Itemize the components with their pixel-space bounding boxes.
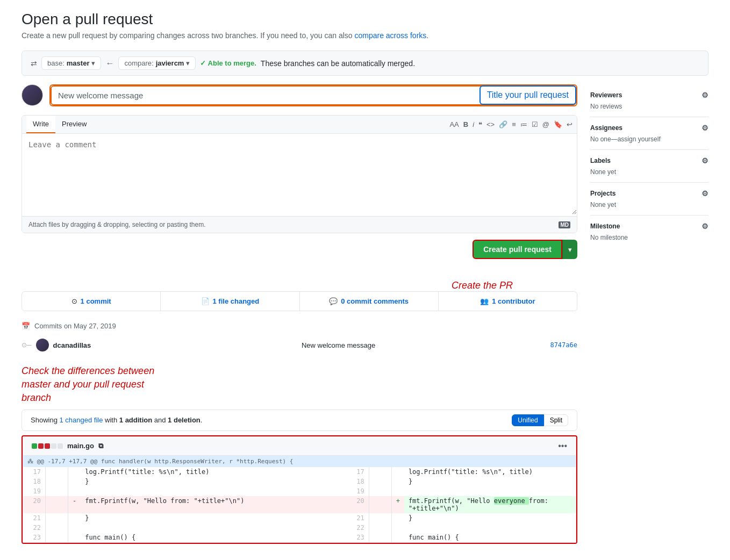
contributors-link[interactable]: 1 contributor xyxy=(492,297,535,305)
milestone-label: Milestone xyxy=(590,222,620,230)
commits-date-label: Commits on May 27, 2019 xyxy=(34,322,116,330)
pr-title-input[interactable] xyxy=(51,85,576,105)
create-pr-annotation: Create the PR xyxy=(452,280,513,291)
diff-line-18: 18 } 18 } xyxy=(23,477,576,486)
task-list-icon[interactable]: ☑ xyxy=(532,120,538,128)
changed-file-link[interactable]: 1 changed file xyxy=(60,416,103,424)
files-stat[interactable]: 📄 1 file changed xyxy=(161,292,299,311)
italic-icon[interactable]: i xyxy=(473,120,474,128)
diff-filename: main.go ⧉ xyxy=(32,442,103,450)
deletion-count: 1 deletion xyxy=(168,416,201,424)
stats-bar: ⊙ 1 commit 📄 1 file changed 💬 0 commit c… xyxy=(22,291,577,311)
showing-text: Showing xyxy=(31,416,58,424)
files-link[interactable]: 1 file changed xyxy=(213,297,260,305)
base-branch-select[interactable]: base: master ▾ xyxy=(41,56,101,70)
heading-icon[interactable]: AA xyxy=(449,120,459,128)
neutral-bar2 xyxy=(58,443,63,449)
commit-sha[interactable]: 8747a6e xyxy=(550,341,577,349)
base-label: base: xyxy=(47,59,65,67)
reply-icon[interactable]: ↩ xyxy=(567,120,572,128)
reviewers-gear-icon[interactable]: ⚙ xyxy=(702,91,708,99)
editor-toolbar: AA B i ❝ <> 🔗 ≡ ≔ ☑ @ 🔖 ↩ xyxy=(449,120,572,128)
hunk-left: ⁂ @@ -17,7 +17,7 @@ func handler(w http.… xyxy=(23,456,347,467)
projects-section: Projects ⚙ None yet xyxy=(590,183,708,216)
arrow-right-icon: ← xyxy=(105,59,114,68)
form-fields: Title your pull request xyxy=(49,84,577,109)
assignees-label: Assignees xyxy=(590,124,622,132)
reference-icon[interactable]: 🔖 xyxy=(554,120,562,128)
commit-message: New welcome message xyxy=(302,341,546,349)
diff-line-23: 23 func main() { 23 func main() { xyxy=(23,533,576,543)
create-pr-button[interactable]: Create pull request xyxy=(473,240,562,259)
projects-label: Projects xyxy=(590,190,616,197)
del-bar2 xyxy=(45,443,50,449)
assignees-value: No one—assign yourself xyxy=(590,135,708,143)
link-icon[interactable]: 🔗 xyxy=(499,120,507,128)
compare-forks-link[interactable]: compare across forks xyxy=(354,31,426,40)
labels-section: Labels ⚙ None yet xyxy=(590,150,708,183)
split-button[interactable]: Split xyxy=(544,414,568,426)
attach-area: Attach files by dragging & dropping, sel… xyxy=(22,216,577,233)
numbered-list-icon[interactable]: ≔ xyxy=(520,120,527,128)
showing-bar: Showing 1 changed file with 1 addition a… xyxy=(22,410,577,431)
commits-link[interactable]: 1 commit xyxy=(81,297,111,305)
mention-icon[interactable]: @ xyxy=(542,120,549,128)
page-subtitle: Create a new pull request by comparing c… xyxy=(22,31,708,40)
diff-file-header: main.go ⧉ ••• xyxy=(23,436,576,456)
diff-stat-bars xyxy=(32,443,63,449)
bullets-icon[interactable]: ≡ xyxy=(512,120,516,128)
quote-icon[interactable]: ❝ xyxy=(478,120,482,128)
write-tab[interactable]: Write xyxy=(26,116,55,133)
comment-textarea[interactable] xyxy=(22,134,577,214)
commit-row: ⊙─ dcanadillas New welcome message 8747a… xyxy=(22,334,577,356)
diff-line-20-del: 20 - fmt.Fprintf(w, "Hello from: "+title… xyxy=(23,496,576,513)
preview-tab[interactable]: Preview xyxy=(55,116,93,133)
branch-icon: ⇄ xyxy=(31,59,37,68)
create-pr-dropdown[interactable]: ▾ xyxy=(562,240,577,259)
diff-view-controls: Unified Split xyxy=(512,414,568,426)
contributors-icon: 👥 xyxy=(480,297,489,305)
commits-stat[interactable]: ⊙ 1 commit xyxy=(22,292,161,311)
merge-message: These branches can be automatically merg… xyxy=(261,59,415,68)
more-options-icon[interactable]: ••• xyxy=(558,441,567,451)
sidebar: Reviewers ⚙ No reviews Assignees ⚙ No on… xyxy=(590,84,708,544)
markdown-icon: MD xyxy=(559,221,570,228)
commits-section: 📅 Commits on May 27, 2019 ⊙─ dcanadillas… xyxy=(22,322,577,356)
milestone-section: Milestone ⚙ No milestone xyxy=(590,216,708,248)
branch-bar: ⇄ base: master ▾ ← compare: javiercm ▾ ✓… xyxy=(22,51,708,76)
projects-value: None yet xyxy=(590,201,708,209)
title-input-wrapper: Title your pull request xyxy=(49,84,577,106)
copy-icon[interactable]: ⧉ xyxy=(98,442,103,450)
diff-filename-text: main.go xyxy=(67,442,94,450)
commit-author: dcanadillas xyxy=(53,341,297,349)
comments-stat[interactable]: 💬 0 commit comments xyxy=(300,292,439,311)
chevron-down-icon: ▾ xyxy=(186,59,190,67)
labels-gear-icon[interactable]: ⚙ xyxy=(702,156,708,165)
bold-icon[interactable]: B xyxy=(463,120,468,128)
unified-button[interactable]: Unified xyxy=(512,414,543,426)
pr-form: Title your pull request Write Preview AA… xyxy=(22,84,577,544)
projects-gear-icon[interactable]: ⚙ xyxy=(702,189,708,198)
page-title: Open a pull request xyxy=(22,11,708,28)
diff-table-wrapper: main.go ⧉ ••• xyxy=(22,435,577,544)
avatar xyxy=(22,84,43,106)
branch-icon: ⊙─ xyxy=(22,341,32,349)
diff-hunk-header: ⁂ @@ -17,7 +17,7 @@ func handler(w http.… xyxy=(23,456,576,467)
hunk-right xyxy=(346,456,576,467)
attach-text: Attach files by dragging & dropping, sel… xyxy=(28,221,206,228)
code-icon[interactable]: <> xyxy=(486,120,495,128)
milestone-gear-icon[interactable]: ⚙ xyxy=(702,222,708,231)
contributors-stat[interactable]: 👥 1 contributor xyxy=(439,292,577,311)
comments-link[interactable]: 0 commit comments xyxy=(341,297,409,305)
check-diff-annotation: Check the differences betweenmaster and … xyxy=(22,364,577,405)
assignees-section: Assignees ⚙ No one—assign yourself xyxy=(590,117,708,150)
compare-branch-select[interactable]: compare: javiercm ▾ xyxy=(118,56,196,70)
assignees-heading: Assignees ⚙ xyxy=(590,124,708,132)
assignees-gear-icon[interactable]: ⚙ xyxy=(702,124,708,132)
neutral-bar1 xyxy=(51,443,56,449)
addition-count: 1 addition xyxy=(119,416,152,424)
diff-table: ⁂ @@ -17,7 +17,7 @@ func handler(w http.… xyxy=(23,456,576,543)
comments-icon: 💬 xyxy=(329,297,338,305)
hunk-icon: ⁂ xyxy=(27,458,33,465)
reviewers-label: Reviewers xyxy=(590,91,622,99)
